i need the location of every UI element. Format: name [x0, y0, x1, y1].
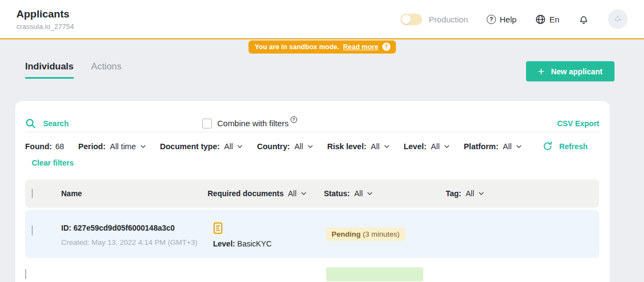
bell-icon	[578, 14, 589, 25]
chevron-down-icon	[367, 192, 373, 195]
help-icon: ?	[487, 15, 496, 24]
search-label: Search	[43, 119, 69, 128]
applicant-id: ID: 627e59cd9d05f6000148a3c0	[61, 224, 208, 232]
column-required-documents[interactable]: Required documents All	[208, 189, 324, 198]
filter-period[interactable]: Period: All time	[78, 142, 146, 151]
row-checkbox[interactable]	[25, 269, 26, 279]
filter-label: Risk level:	[327, 142, 367, 151]
search-button[interactable]: Search	[25, 118, 69, 129]
found-count: Found: 68	[25, 142, 64, 151]
refresh-label: Refresh	[559, 142, 588, 151]
page-title: Applicants	[16, 8, 74, 20]
csv-export-button[interactable]: CSV Export	[557, 119, 599, 128]
filters-row: Found: 68 Period: All time Document type…	[25, 132, 599, 151]
chevron-down-icon	[478, 192, 484, 195]
search-icon	[25, 118, 36, 129]
plus-icon: +	[538, 66, 545, 77]
tabs-row: Individuals Actions + New applicant	[15, 61, 629, 81]
status-badge-approved	[326, 267, 423, 281]
chevron-down-icon	[301, 192, 306, 195]
filter-value: All	[431, 142, 440, 151]
production-toggle[interactable]	[400, 14, 422, 25]
filter-label: Document type:	[160, 142, 220, 151]
applicant-created: Created: May 13, 2022 4:14 PM (GMT+3)	[61, 238, 208, 246]
select-all-checkbox[interactable]	[32, 189, 33, 198]
combine-help-icon[interactable]: ?	[291, 116, 297, 123]
toolbar: Search Combine with filters? CSV Export	[25, 101, 599, 132]
combine-checkbox[interactable]	[202, 119, 212, 128]
filter-risk-level[interactable]: Risk level: All	[327, 142, 389, 151]
filter-level[interactable]: Level: All	[404, 142, 450, 151]
filter-value: All time	[110, 142, 136, 151]
notifications-button[interactable]	[578, 14, 589, 25]
language-label: En	[550, 15, 559, 24]
chevron-down-icon	[444, 145, 450, 148]
sandbox-banner: You are in sandbox mode. Read more ?	[248, 40, 395, 54]
help-label: Help	[500, 15, 517, 24]
status-cell: Pending (3 minutes)	[324, 210, 446, 241]
status-cell	[324, 266, 446, 281]
filter-value: All	[503, 142, 512, 151]
row-checkbox[interactable]	[32, 225, 33, 236]
production-label: Production	[429, 15, 468, 24]
status-badge-pending: Pending (3 minutes)	[326, 227, 405, 241]
filter-country[interactable]: Country: All	[257, 142, 313, 151]
document-icon	[213, 222, 223, 234]
new-applicant-label: New applicant	[551, 67, 602, 76]
chevron-down-icon	[308, 145, 313, 148]
refresh-icon	[542, 141, 553, 151]
combine-label: Combine with filters?	[217, 119, 297, 128]
filter-label: Period:	[78, 142, 105, 151]
table-header: Name Required documents All Status: All …	[25, 179, 599, 208]
filter-value: All	[224, 142, 233, 151]
filter-value: All	[294, 142, 303, 151]
refresh-button[interactable]: Refresh	[542, 141, 588, 151]
filter-label: Level:	[404, 142, 427, 151]
avatar-mask-icon	[612, 13, 624, 25]
column-tag[interactable]: Tag: All	[446, 189, 599, 198]
sandbox-banner-text: You are in sandbox mode.	[255, 43, 339, 51]
page-subtitle: crassula.io_27754	[16, 22, 74, 31]
sandbox-help-icon[interactable]: ?	[382, 43, 391, 51]
filter-label: Platform:	[464, 142, 499, 151]
row-checkbox-cell	[25, 266, 61, 279]
column-status[interactable]: Status: All	[324, 189, 446, 198]
toggle-knob	[401, 15, 411, 24]
chevron-down-icon	[140, 145, 146, 148]
language-selector[interactable]: En	[535, 14, 559, 25]
help-button[interactable]: ? Help	[487, 15, 517, 24]
globe-icon	[535, 14, 546, 25]
production-toggle-group: Production	[400, 14, 468, 25]
filter-value: All	[371, 142, 380, 151]
filter-document-type[interactable]: Document type: All	[160, 142, 243, 151]
header-actions: Production ? Help En	[400, 9, 628, 29]
header-title-block: Applicants crassula.io_27754	[16, 8, 74, 31]
combine-with-filters: Combine with filters?	[202, 119, 297, 128]
table-row[interactable]	[25, 266, 599, 282]
applicant-name-cell: ID: 627e59cd9d05f6000148a3c0 Created: Ma…	[61, 210, 208, 246]
header-checkbox-cell	[25, 189, 61, 198]
applicant-level: Level: BasicKYC	[213, 239, 324, 248]
chevron-down-icon	[516, 145, 522, 148]
main-content: Individuals Actions + New applicant Sear…	[0, 61, 644, 282]
tab-actions[interactable]: Actions	[91, 61, 122, 77]
read-more-link[interactable]: Read more	[343, 43, 379, 51]
chevron-down-icon	[384, 145, 389, 148]
app-header: Applicants crassula.io_27754 Production …	[0, 0, 644, 39]
clear-filters-button[interactable]: Clear filters	[25, 158, 74, 167]
new-applicant-button[interactable]: + New applicant	[526, 61, 615, 81]
chevron-down-icon	[237, 145, 243, 148]
avatar[interactable]	[608, 9, 628, 29]
tab-individuals[interactable]: Individuals	[25, 61, 74, 79]
filter-platform[interactable]: Platform: All	[464, 142, 522, 151]
row-checkbox-cell	[25, 210, 61, 236]
table-row[interactable]: ID: 627e59cd9d05f6000148a3c0 Created: Ma…	[25, 210, 599, 258]
column-name: Name	[61, 189, 208, 198]
filter-label: Country:	[257, 142, 289, 151]
required-documents-cell: Level: BasicKYC	[208, 210, 324, 248]
applicants-card: Search Combine with filters? CSV Export …	[15, 101, 610, 282]
